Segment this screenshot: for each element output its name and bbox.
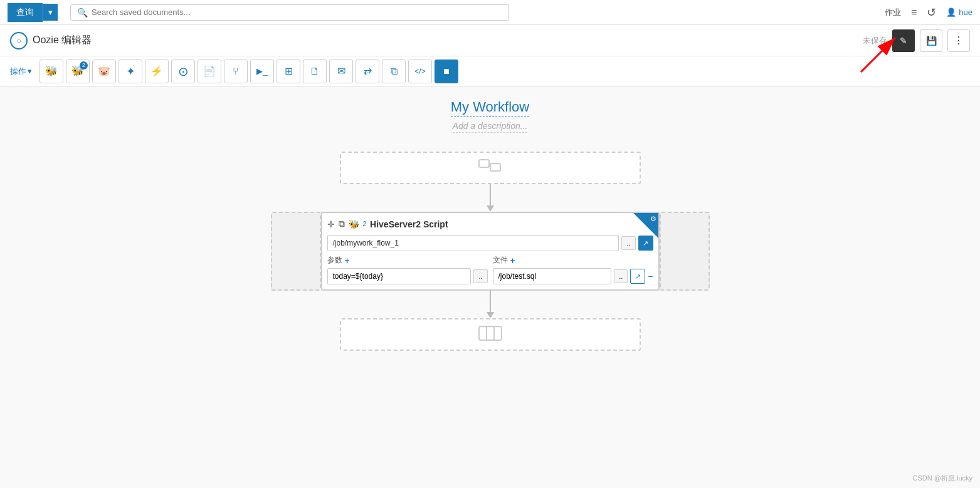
- file-input[interactable]: [493, 268, 612, 284]
- copy-toolbar-btn[interactable]: ⧉: [382, 60, 406, 83]
- file-icon: 🗋: [310, 66, 320, 77]
- add-param-button[interactable]: +: [345, 256, 350, 266]
- start-node: [340, 152, 641, 184]
- distcp-toolbar-btn[interactable]: ✦: [119, 60, 142, 83]
- files-section: 文件 + .. ↗ −: [493, 255, 653, 284]
- edit-button[interactable]: ✎: [892, 29, 915, 52]
- path-browse-button[interactable]: ..: [621, 236, 635, 250]
- code-toolbar-btn[interactable]: </>: [408, 60, 432, 83]
- user-icon: 👤: [946, 8, 956, 17]
- file-toolbar-btn[interactable]: 🗋: [303, 60, 327, 83]
- files-label-row: 文件 +: [493, 255, 653, 266]
- hive-card-title-row: ✛ ⧉ 🐝 2 HiveServer2 Script: [327, 219, 448, 229]
- start-flag-icon: [478, 158, 503, 177]
- git-icon: ⑂: [233, 66, 239, 77]
- arrows-toolbar-btn[interactable]: ⇄: [356, 60, 379, 83]
- history-icon[interactable]: ↺: [927, 6, 936, 19]
- more-options-button[interactable]: ⋮: [947, 29, 970, 52]
- hive-card-title: HiveServer2 Script: [370, 219, 448, 229]
- hive1-icon: 🐝: [45, 65, 58, 77]
- sqoop-icon: ⊞: [285, 65, 293, 77]
- params-label-row: 参数 +: [327, 255, 488, 266]
- right-side-panel: [660, 212, 710, 291]
- toolbar: 操作 ▾ 🐝 🐝 2 🐷 ✦ ⚡ ⊙ 📄 ⑂ ▶_ ⊞ 🗋 ✉ ⇄ ⧉ <: [0, 56, 980, 86]
- param-browse-button[interactable]: ..: [473, 269, 487, 283]
- search-icon: 🔍: [77, 8, 88, 18]
- editor-header: ○ Oozie 编辑器 未保存 ✎ 💾 ⋮: [0, 25, 980, 56]
- hive2-toolbar-btn[interactable]: 🐝 2: [66, 60, 90, 83]
- email-icon: ✉: [337, 65, 345, 77]
- file-browse-button[interactable]: ..: [614, 269, 628, 283]
- path-input[interactable]: [327, 235, 619, 251]
- email-toolbar-btn[interactable]: ✉: [329, 60, 353, 83]
- end-flag-icon: [478, 325, 503, 344]
- pig-icon: 🐷: [98, 65, 110, 77]
- spark-toolbar-btn[interactable]: ⚡: [145, 60, 169, 83]
- file-remove-button[interactable]: −: [648, 271, 653, 281]
- sqoop-toolbar-btn[interactable]: ⊞: [277, 60, 300, 83]
- list-icon[interactable]: ≡: [911, 7, 917, 18]
- nav-right: 作业 ≡ ↺ 👤 hue: [885, 6, 972, 19]
- jobs-label[interactable]: 作业: [885, 7, 901, 18]
- search-bar: 🔍: [70, 4, 509, 21]
- save-button[interactable]: 💾: [920, 29, 942, 52]
- editor-title-label: Oozie 编辑器: [33, 34, 92, 47]
- params-section: 参数 + ..: [327, 255, 488, 284]
- svg-rect-2: [479, 160, 489, 167]
- query-dropdown-button[interactable]: ▾: [43, 4, 58, 21]
- hive-version-badge: 2: [363, 221, 367, 227]
- shell-toolbar-btn[interactable]: ⊙: [171, 60, 195, 83]
- copy-node-icon[interactable]: ⧉: [339, 219, 345, 229]
- hive2-badge: 2: [80, 61, 88, 70]
- stop-toolbar-btn[interactable]: ■: [435, 60, 458, 83]
- ops-label: 操作: [10, 66, 26, 77]
- file-expand-button[interactable]: ↗: [630, 269, 645, 284]
- ssh-icon: ▶_: [256, 66, 267, 76]
- svg-rect-5: [479, 326, 502, 340]
- unsaved-status: 未保存: [863, 35, 887, 46]
- copy-icon: ⧉: [391, 66, 398, 77]
- watermark: CSDN @祈愿.lucky: [912, 474, 972, 483]
- add-file-button[interactable]: +: [510, 256, 515, 266]
- ops-dropdown-icon: ▾: [28, 66, 32, 76]
- git-toolbar-btn[interactable]: ⑂: [224, 60, 248, 83]
- hdfs-icon: 📄: [203, 65, 216, 77]
- search-input[interactable]: [92, 8, 502, 17]
- param-input[interactable]: [327, 268, 472, 284]
- editor-header-actions: 未保存 ✎ 💾 ⋮: [863, 29, 970, 52]
- ssh-toolbar-btn[interactable]: ▶_: [250, 60, 274, 83]
- settings-corner-icon[interactable]: ⚙: [650, 215, 656, 223]
- end-node: [340, 318, 641, 351]
- pig-toolbar-btn[interactable]: 🐷: [92, 60, 116, 83]
- files-label: 文件: [493, 255, 508, 266]
- stop-icon: ■: [443, 66, 450, 77]
- hdfs-toolbar-btn[interactable]: 📄: [198, 60, 221, 83]
- query-button[interactable]: 查询: [8, 3, 43, 22]
- distcp-icon: ✦: [126, 65, 135, 78]
- editor-logo: ○ Oozie 编辑器: [10, 32, 92, 49]
- workflow-canvas: My Workflow Add a description... ⚙ ✛ ⧉: [0, 86, 980, 488]
- svg-rect-3: [490, 164, 500, 171]
- nav-left: 查询 ▾: [8, 3, 58, 22]
- param-input-row: ..: [327, 268, 488, 284]
- path-input-row: .. ↗: [327, 235, 653, 251]
- username-label: hue: [959, 8, 972, 17]
- operations-menu[interactable]: 操作 ▾: [10, 66, 32, 77]
- shell-icon: ⊙: [178, 64, 189, 79]
- workflow-title[interactable]: My Workflow: [451, 99, 530, 117]
- hive-node-icon: 🐝: [349, 219, 359, 229]
- oozie-logo-icon: ○: [10, 32, 28, 49]
- code-icon: </>: [414, 67, 425, 76]
- user-menu[interactable]: 👤 hue: [946, 8, 972, 17]
- top-navbar: 查询 ▾ 🔍 作业 ≡ ↺ 👤 hue: [0, 0, 980, 25]
- hive-card-header: ✛ ⧉ 🐝 2 HiveServer2 Script ✕: [327, 218, 653, 230]
- params-label: 参数: [327, 255, 342, 266]
- workflow-description[interactable]: Add a description...: [453, 121, 528, 133]
- hive1-toolbar-btn[interactable]: 🐝: [40, 60, 63, 83]
- file-input-row: .. ↗ −: [493, 268, 653, 284]
- move-icon[interactable]: ✛: [327, 219, 335, 229]
- params-files-row: 参数 + .. 文件 + .. ↗: [327, 255, 653, 284]
- spark-icon: ⚡: [150, 65, 163, 77]
- arrows-icon: ⇄: [364, 65, 372, 77]
- hive-card: ⚙ ✛ ⧉ 🐝 2 HiveServer2 Script ✕ .. ↗: [321, 212, 660, 291]
